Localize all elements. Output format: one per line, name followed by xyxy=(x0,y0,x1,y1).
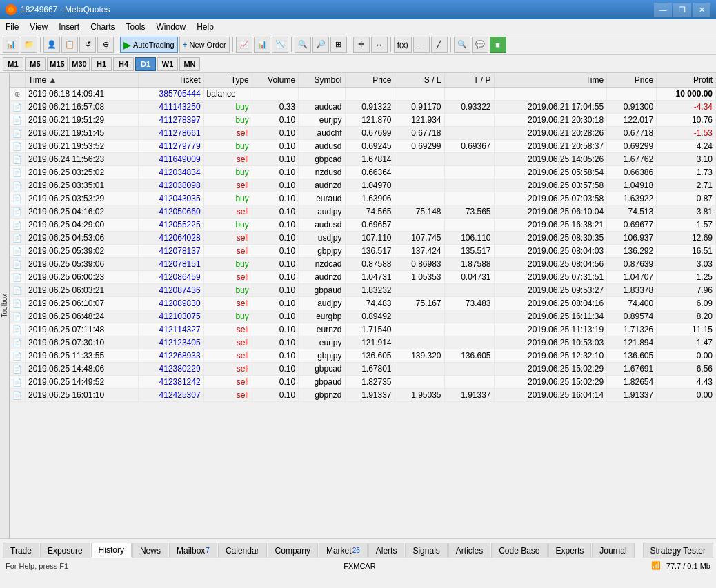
row-symbol: audchf xyxy=(299,127,345,140)
table-row[interactable]: 📄2019.06.25 14:49:52412381242sell0.10gbp… xyxy=(10,376,716,389)
row-symbol: gbpjpy xyxy=(299,245,345,258)
row-price: 1.67801 xyxy=(345,363,395,376)
menu-item-charts[interactable]: Charts xyxy=(85,19,120,34)
chart-candle-button[interactable]: 📊 xyxy=(254,37,270,53)
table-row[interactable]: 📄2019.06.25 03:53:29412043035buy0.10eura… xyxy=(10,192,716,205)
table-row[interactable]: 📄2019.06.25 03:35:01412038098sell0.10aud… xyxy=(10,179,716,192)
menu-item-insert[interactable]: Insert xyxy=(53,19,85,34)
row-sl xyxy=(395,166,444,179)
bottom-tab-mailbox[interactable]: Mailbox7 xyxy=(169,543,217,558)
bottom-tab-journal[interactable]: Journal xyxy=(592,543,634,558)
table-scroll[interactable]: Time ▲ Ticket Type Volume Symbol Price S… xyxy=(10,73,716,538)
row-icon: 📄 xyxy=(10,192,26,205)
search-btn[interactable]: 🔍 xyxy=(454,37,470,53)
tf-btn-m5[interactable]: M5 xyxy=(25,57,46,71)
scroll-btn[interactable]: ↔ xyxy=(371,37,388,53)
col-time[interactable]: Time ▲ xyxy=(26,73,139,88)
menu-item-help[interactable]: Help xyxy=(191,19,219,34)
period-sep-btn[interactable]: ─ xyxy=(413,37,430,53)
line-btn[interactable]: ╱ xyxy=(431,37,448,53)
table-row[interactable]: 📄2019.06.25 14:48:06412380229sell0.10gbp… xyxy=(10,363,716,376)
tf-btn-h4[interactable]: H4 xyxy=(113,57,134,71)
chat-btn[interactable]: 💬 xyxy=(472,37,488,53)
tf-btn-h1[interactable]: H1 xyxy=(91,57,112,71)
menu-item-tools[interactable]: Tools xyxy=(121,19,151,34)
indicators-btn[interactable]: f(x) xyxy=(394,37,412,53)
table-row[interactable]: 📄2019.06.25 07:30:10412123405sell0.10eur… xyxy=(10,336,716,349)
bottom-tab-trade[interactable]: Trade xyxy=(3,543,39,558)
row-volume: 0.10 xyxy=(252,232,298,245)
table-row[interactable]: 📄2019.06.25 06:00:23412086459sell0.10aud… xyxy=(10,271,716,284)
row-type: buy xyxy=(203,258,252,271)
bottom-tab-articles[interactable]: Articles xyxy=(448,543,490,558)
table-row[interactable]: 📄2019.06.21 19:51:29411278397buy0.10eurj… xyxy=(10,114,716,127)
menu-item-view[interactable]: View xyxy=(24,19,53,34)
tf-btn-mn[interactable]: MN xyxy=(179,57,200,71)
table-row[interactable]: 📄2019.06.25 04:53:06412064028sell0.10usd… xyxy=(10,232,716,245)
maximize-button[interactable]: ❐ xyxy=(673,3,691,17)
table-row[interactable]: 📄2019.06.25 16:01:10412425307sell0.10gbp… xyxy=(10,389,716,402)
period-button[interactable]: ↺ xyxy=(79,37,96,53)
titlebar-controls[interactable]: — ❐ ✕ xyxy=(654,3,710,17)
bottom-tab-news[interactable]: News xyxy=(132,543,168,558)
table-row[interactable]: 📄2019.06.25 06:48:24412103075buy0.10eurg… xyxy=(10,310,716,323)
toolbox-panel[interactable]: Toolbox xyxy=(0,73,10,538)
neworder-button[interactable]: + New Order xyxy=(179,37,230,53)
row-profit: 1.73 xyxy=(657,166,716,179)
open-button[interactable]: 📁 xyxy=(21,37,37,53)
table-row[interactable]: 📄2019.06.25 04:16:02412050660sell0.10aud… xyxy=(10,205,716,219)
table-row[interactable]: 📄2019.06.25 11:33:55412268933sell0.10gbp… xyxy=(10,349,716,363)
profile-button[interactable]: 👤 xyxy=(43,37,60,53)
tf-btn-w1[interactable]: W1 xyxy=(157,57,178,71)
minimize-button[interactable]: — xyxy=(654,3,672,17)
bottom-tab-calendar[interactable]: Calendar xyxy=(218,543,267,558)
zoom-in-btn[interactable]: 🔍 xyxy=(295,37,311,53)
bottom-tab-signals[interactable]: Signals xyxy=(405,543,447,558)
table-row[interactable]: 📄2019.06.25 07:11:48412114327sell0.10eur… xyxy=(10,323,716,336)
bottom-tab-exposure[interactable]: Exposure xyxy=(40,543,90,558)
bottom-tab-experts[interactable]: Experts xyxy=(548,543,592,558)
table-row[interactable]: ⊕2019.06.18 14:09:41385705444balance10 0… xyxy=(10,88,716,101)
bottom-tab-code-base[interactable]: Code Base xyxy=(491,543,547,558)
table-row[interactable]: 📄2019.06.25 06:10:07412089830sell0.10aud… xyxy=(10,297,716,310)
row-profit: 3.03 xyxy=(657,258,716,271)
row-time: 2019.06.24 11:56:23 xyxy=(26,153,139,166)
table-row[interactable]: 📄2019.06.25 06:03:21412087436buy0.10gbpa… xyxy=(10,284,716,297)
table-row[interactable]: 📄2019.06.21 19:51:45411278661sell0.10aud… xyxy=(10,127,716,140)
tf-btn-m15[interactable]: M15 xyxy=(47,57,68,71)
bottom-tab-history[interactable]: History xyxy=(91,543,132,558)
row-volume xyxy=(252,88,298,101)
tf-btn-d1[interactable]: D1 xyxy=(135,57,156,71)
new-chart-button[interactable]: 📊 xyxy=(3,37,19,53)
bottom-tab-alerts[interactable]: Alerts xyxy=(368,543,405,558)
menu-item-file[interactable]: File xyxy=(0,19,24,34)
row-volume: 0.10 xyxy=(252,219,298,232)
table-row[interactable]: 📄2019.06.21 19:53:52411279779buy0.10audu… xyxy=(10,140,716,153)
tf-btn-m1[interactable]: M1 xyxy=(3,57,23,71)
menu-item-window[interactable]: Window xyxy=(151,19,192,34)
chart-bar-button[interactable]: 📈 xyxy=(236,37,252,53)
table-row[interactable]: 📄2019.06.25 04:29:00412055225buy0.10audu… xyxy=(10,219,716,232)
status-btn[interactable]: ■ xyxy=(490,37,506,53)
table-row[interactable]: 📄2019.06.24 11:56:23411649009sell0.10gbp… xyxy=(10,153,716,166)
table-row[interactable]: 📄2019.06.25 05:39:06412078151buy0.10nzdc… xyxy=(10,258,716,271)
row-time: 2019.06.18 14:09:41 xyxy=(26,88,139,101)
close-button[interactable]: ✕ xyxy=(693,3,710,17)
tf-btn-m30[interactable]: M30 xyxy=(69,57,90,71)
strategy-tester-button[interactable]: Strategy Tester xyxy=(643,543,713,558)
table-row[interactable]: 📄2019.06.25 05:39:02412078137sell0.10gbp… xyxy=(10,245,716,258)
table-row[interactable]: 📄2019.06.21 16:57:08411143250buy0.33audc… xyxy=(10,101,716,114)
properties-btn[interactable]: ⊞ xyxy=(330,37,347,53)
zoom-in-button[interactable]: ⊕ xyxy=(97,37,114,53)
template-button[interactable]: 📋 xyxy=(61,37,78,53)
autotrading-button[interactable]: ▶ AutoTrading xyxy=(120,37,178,53)
row-price: 1.67814 xyxy=(345,153,395,166)
row-ticket: 412043035 xyxy=(138,192,203,205)
bottom-tab-company[interactable]: Company xyxy=(268,543,318,558)
zoom-out-btn[interactable]: 🔎 xyxy=(312,37,329,53)
table-row[interactable]: 📄2019.06.25 03:25:02412034834buy0.10nzdu… xyxy=(10,166,716,179)
row-ticket: 411278397 xyxy=(138,114,203,127)
chart-line-button[interactable]: 📉 xyxy=(272,37,288,53)
bottom-tab-market[interactable]: Market26 xyxy=(319,543,368,558)
crosshair-btn[interactable]: ✛ xyxy=(353,37,370,53)
